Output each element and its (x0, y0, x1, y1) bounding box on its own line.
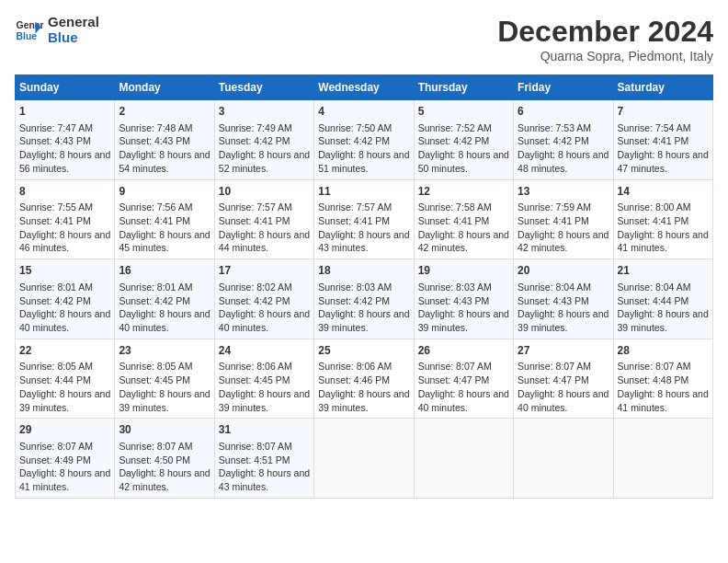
sunrise-label: Sunrise: 8:00 AM (618, 201, 691, 213)
calendar-cell: 24 Sunrise: 8:06 AM Sunset: 4:45 PM Dayl… (214, 339, 313, 419)
sunrise-label: Sunrise: 7:56 AM (119, 201, 192, 213)
sunrise-label: Sunrise: 8:02 AM (219, 282, 292, 293)
sunrise-label: Sunrise: 7:59 AM (518, 201, 591, 213)
calendar-cell: 12 Sunrise: 7:58 AM Sunset: 4:41 PM Dayl… (414, 179, 513, 259)
day-number: 23 (119, 343, 210, 359)
calendar-cell (613, 419, 712, 499)
daylight-label: Daylight: 8 hours and 52 minutes. (219, 149, 310, 174)
sunrise-label: Sunrise: 8:05 AM (19, 361, 93, 372)
logo-line1: General (48, 15, 99, 30)
calendar-cell: 3 Sunrise: 7:49 AM Sunset: 4:42 PM Dayli… (214, 100, 313, 180)
calendar-cell: 29 Sunrise: 8:07 AM Sunset: 4:49 PM Dayl… (16, 419, 115, 499)
sunrise-label: Sunrise: 8:07 AM (618, 361, 691, 372)
sunset-label: Sunset: 4:51 PM (219, 454, 290, 465)
day-number: 25 (318, 343, 409, 359)
day-number: 7 (618, 104, 709, 120)
daylight-label: Daylight: 8 hours and 42 minutes. (418, 229, 509, 254)
daylight-label: Daylight: 8 hours and 51 minutes. (318, 149, 409, 174)
calendar-cell: 18 Sunrise: 8:03 AM Sunset: 4:42 PM Dayl… (314, 259, 414, 339)
calendar-cell: 8 Sunrise: 7:55 AM Sunset: 4:41 PM Dayli… (16, 179, 115, 259)
sunrise-label: Sunrise: 7:49 AM (219, 122, 292, 133)
header-monday: Monday (115, 75, 214, 100)
daylight-label: Daylight: 8 hours and 44 minutes. (219, 229, 310, 254)
calendar-cell: 5 Sunrise: 7:52 AM Sunset: 4:42 PM Dayli… (414, 100, 513, 180)
sunset-label: Sunset: 4:45 PM (119, 374, 190, 385)
sunrise-label: Sunrise: 8:07 AM (19, 441, 93, 452)
calendar-cell (314, 419, 414, 499)
month-title: December 2024 (497, 15, 713, 49)
calendar-cell: 14 Sunrise: 8:00 AM Sunset: 4:41 PM Dayl… (613, 179, 712, 259)
sunset-label: Sunset: 4:43 PM (518, 295, 589, 306)
logo-line2: Blue (48, 30, 99, 46)
sunset-label: Sunset: 4:44 PM (618, 295, 689, 306)
day-number: 16 (119, 263, 210, 279)
sunrise-label: Sunrise: 8:01 AM (19, 282, 93, 293)
calendar-cell: 9 Sunrise: 7:56 AM Sunset: 4:41 PM Dayli… (115, 179, 214, 259)
sunset-label: Sunset: 4:41 PM (418, 215, 490, 226)
daylight-label: Daylight: 8 hours and 42 minutes. (518, 229, 609, 254)
sunset-label: Sunset: 4:42 PM (418, 135, 490, 146)
day-number: 17 (219, 263, 310, 279)
header-saturday: Saturday (613, 75, 712, 100)
day-number: 15 (19, 263, 110, 279)
sunset-label: Sunset: 4:43 PM (19, 135, 91, 146)
day-number: 2 (119, 104, 210, 120)
daylight-label: Daylight: 8 hours and 42 minutes. (119, 467, 210, 492)
sunrise-label: Sunrise: 8:05 AM (119, 361, 192, 372)
daylight-label: Daylight: 8 hours and 45 minutes. (119, 229, 210, 254)
sunset-label: Sunset: 4:47 PM (518, 374, 589, 385)
daylight-label: Daylight: 8 hours and 39 minutes. (518, 308, 609, 333)
sunrise-label: Sunrise: 7:52 AM (418, 122, 492, 133)
calendar-cell: 30 Sunrise: 8:07 AM Sunset: 4:50 PM Dayl… (115, 419, 214, 499)
sunset-label: Sunset: 4:42 PM (518, 135, 589, 146)
sunset-label: Sunset: 4:41 PM (518, 215, 589, 226)
sunset-label: Sunset: 4:41 PM (219, 215, 290, 226)
calendar-cell: 26 Sunrise: 8:07 AM Sunset: 4:47 PM Dayl… (414, 339, 513, 419)
sunset-label: Sunset: 4:43 PM (418, 295, 490, 306)
sunset-label: Sunset: 4:42 PM (318, 135, 390, 146)
sunrise-label: Sunrise: 7:54 AM (618, 122, 691, 133)
daylight-label: Daylight: 8 hours and 41 minutes. (618, 388, 709, 413)
sunrise-label: Sunrise: 7:48 AM (119, 122, 192, 133)
calendar-cell: 28 Sunrise: 8:07 AM Sunset: 4:48 PM Dayl… (613, 339, 712, 419)
sunrise-label: Sunrise: 8:04 AM (618, 282, 691, 293)
calendar-cell: 25 Sunrise: 8:06 AM Sunset: 4:46 PM Dayl… (314, 339, 414, 419)
daylight-label: Daylight: 8 hours and 41 minutes. (618, 229, 709, 254)
daylight-label: Daylight: 8 hours and 43 minutes. (219, 467, 310, 492)
day-number: 14 (618, 184, 709, 200)
daylight-label: Daylight: 8 hours and 47 minutes. (618, 149, 709, 174)
calendar-cell (514, 419, 613, 499)
day-number: 20 (518, 263, 609, 279)
sunrise-label: Sunrise: 7:55 AM (19, 201, 93, 213)
daylight-label: Daylight: 8 hours and 41 minutes. (19, 467, 110, 492)
day-number: 26 (418, 343, 509, 359)
calendar-cell: 2 Sunrise: 7:48 AM Sunset: 4:43 PM Dayli… (115, 100, 214, 180)
header-wednesday: Wednesday (314, 75, 414, 100)
calendar-week-row: 22 Sunrise: 8:05 AM Sunset: 4:44 PM Dayl… (16, 339, 713, 419)
header: General Blue General Blue December 2024 … (15, 15, 713, 63)
sunset-label: Sunset: 4:42 PM (119, 295, 190, 306)
daylight-label: Daylight: 8 hours and 40 minutes. (119, 308, 210, 333)
calendar-cell: 21 Sunrise: 8:04 AM Sunset: 4:44 PM Dayl… (613, 259, 712, 339)
sunset-label: Sunset: 4:47 PM (418, 374, 490, 385)
calendar-cell: 20 Sunrise: 8:04 AM Sunset: 4:43 PM Dayl… (514, 259, 613, 339)
sunset-label: Sunset: 4:42 PM (219, 295, 290, 306)
calendar-week-row: 29 Sunrise: 8:07 AM Sunset: 4:49 PM Dayl… (16, 419, 713, 499)
calendar-cell: 31 Sunrise: 8:07 AM Sunset: 4:51 PM Dayl… (214, 419, 313, 499)
sunrise-label: Sunrise: 7:58 AM (418, 201, 492, 213)
calendar-cell: 16 Sunrise: 8:01 AM Sunset: 4:42 PM Dayl… (115, 259, 214, 339)
svg-text:Blue: Blue (17, 30, 38, 40)
sunset-label: Sunset: 4:41 PM (618, 135, 689, 146)
day-number: 10 (219, 184, 310, 200)
daylight-label: Daylight: 8 hours and 39 minutes. (318, 308, 409, 333)
sunset-label: Sunset: 4:42 PM (219, 135, 290, 146)
sunset-label: Sunset: 4:41 PM (119, 215, 190, 226)
sunrise-label: Sunrise: 7:47 AM (19, 122, 93, 133)
day-number: 30 (119, 422, 210, 438)
sunrise-label: Sunrise: 7:57 AM (318, 201, 392, 213)
sunrise-label: Sunrise: 8:04 AM (518, 282, 591, 293)
daylight-label: Daylight: 8 hours and 46 minutes. (19, 229, 110, 254)
sunrise-label: Sunrise: 7:53 AM (518, 122, 591, 133)
sunrise-label: Sunrise: 8:07 AM (119, 441, 192, 452)
calendar-cell: 19 Sunrise: 8:03 AM Sunset: 4:43 PM Dayl… (414, 259, 513, 339)
